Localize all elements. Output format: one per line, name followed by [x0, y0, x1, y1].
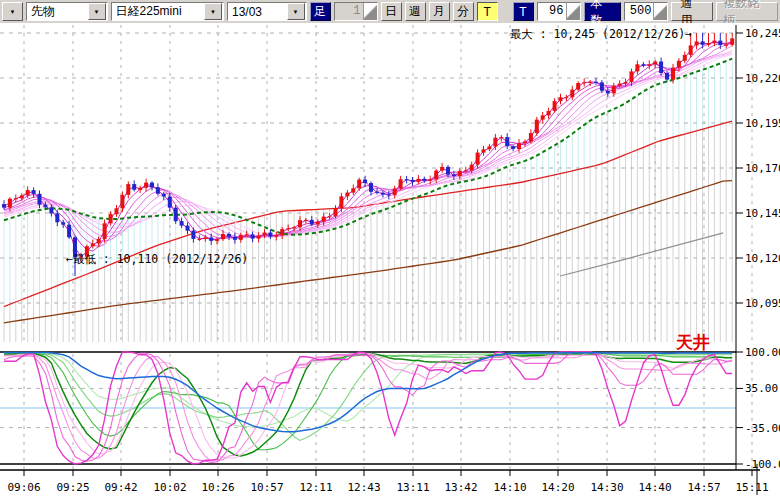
svg-text:10,095: 10,095 — [745, 297, 780, 310]
svg-text:14:57: 14:57 — [687, 481, 720, 494]
tick-count-value: 96 — [538, 3, 566, 20]
svg-text:天井: 天井 — [675, 332, 710, 352]
svg-text:12:43: 12:43 — [347, 481, 380, 494]
svg-text:10,170: 10,170 — [745, 162, 780, 175]
svg-text:10,245: 10,245 — [745, 27, 780, 40]
svg-text:-100.00: -100.00 — [745, 458, 780, 471]
apply-button[interactable]: 適用 — [671, 2, 713, 21]
instrument-type-select[interactable]: 先物 ▼ — [26, 2, 108, 21]
bar-type-button[interactable]: 足 — [310, 2, 331, 21]
period-minute-button[interactable]: 分 — [453, 2, 474, 21]
spinner-icon[interactable] — [653, 3, 667, 20]
svg-text:10:02: 10:02 — [153, 481, 186, 494]
svg-text:13:42: 13:42 — [444, 481, 477, 494]
chevron-down-icon[interactable]: ▼ — [204, 3, 222, 20]
svg-text:14:30: 14:30 — [590, 481, 623, 494]
svg-text:最大 : 10,245 (2012/12/26)→: 最大 : 10,245 (2012/12/26)→ — [510, 27, 692, 41]
svg-text:14:10: 14:10 — [493, 481, 526, 494]
svg-text:10,145: 10,145 — [745, 207, 780, 220]
instrument-type-value: 先物 — [27, 3, 87, 20]
chevron-down-icon[interactable]: ▼ — [88, 3, 106, 20]
svg-text:-35.00: -35.00 — [745, 422, 780, 435]
multi-symbol-button[interactable]: 複数銘柄 — [716, 2, 778, 21]
svg-text:10:57: 10:57 — [250, 481, 283, 494]
spinner-icon[interactable] — [566, 3, 580, 20]
svg-text:09:06: 09:06 — [7, 481, 40, 494]
tick-count-spinner[interactable]: 96 — [537, 2, 581, 21]
bar-count-value: 500 — [625, 3, 653, 20]
chart-area[interactable]: 最大 : 10,245 (2012/12/26)→←最低 : 10,110 (2… — [0, 23, 780, 501]
chart-canvas[interactable]: 最大 : 10,245 (2012/12/26)→←最低 : 10,110 (2… — [0, 23, 780, 501]
period-week-button[interactable]: 週 — [405, 2, 426, 21]
svg-text:10:26: 10:26 — [201, 481, 234, 494]
svg-text:12:11: 12:11 — [299, 481, 332, 494]
bar-count-spinner[interactable]: 500 — [624, 2, 668, 21]
period-day-button[interactable]: 日 — [381, 2, 402, 21]
svg-text:14:40: 14:40 — [638, 481, 671, 494]
svg-text:15:11: 15:11 — [735, 481, 768, 494]
spinner-icon[interactable] — [363, 3, 377, 20]
panel-dropdown-button[interactable]: ▼ — [2, 2, 23, 21]
toolbar: ▼ 先物 ▼ 日経225mini ▼ 13/03 ▼ 足 1 日 週 月 分 T… — [0, 0, 780, 23]
period-tick-button[interactable]: T — [477, 2, 498, 21]
svg-text:←最低 : 10,110 (2012/12/26): ←最低 : 10,110 (2012/12/26) — [66, 252, 248, 266]
svg-text:13:11: 13:11 — [396, 481, 429, 494]
bar-interval-spinner[interactable]: 1 — [334, 2, 378, 21]
svg-text:10,120: 10,120 — [745, 252, 780, 265]
svg-text:35.00: 35.00 — [745, 382, 778, 395]
svg-text:09:42: 09:42 — [104, 481, 137, 494]
svg-text:14:20: 14:20 — [541, 481, 574, 494]
tick-label: T — [513, 2, 534, 21]
symbol-select[interactable]: 日経225mini ▼ — [111, 2, 224, 21]
contract-month-value: 13/03 — [228, 5, 286, 19]
svg-text:10,220: 10,220 — [745, 72, 780, 85]
bar-count-label: 本数 — [584, 2, 622, 21]
svg-text:09:25: 09:25 — [56, 481, 89, 494]
svg-text:100.00: 100.00 — [745, 346, 780, 359]
contract-month-select[interactable]: 13/03 ▼ — [227, 2, 307, 21]
symbol-value: 日経225mini — [112, 3, 203, 20]
bar-interval-value: 1 — [335, 3, 363, 20]
trading-chart-window: { "toolbar": { "mini_dropdown": "▼", "in… — [0, 0, 780, 501]
period-month-button[interactable]: 月 — [429, 2, 450, 21]
chevron-down-icon[interactable]: ▼ — [287, 3, 305, 20]
chevron-down-icon: ▼ — [10, 9, 16, 15]
svg-text:10,195: 10,195 — [745, 117, 780, 130]
